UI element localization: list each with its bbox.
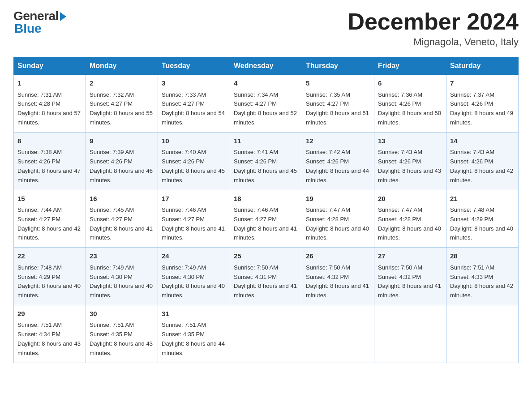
day-info: Sunrise: 7:49 AMSunset: 4:30 PMDaylight:… xyxy=(90,263,154,300)
logo: General Blue xyxy=(13,9,66,36)
calendar-cell: 17Sunrise: 7:46 AMSunset: 4:27 PMDayligh… xyxy=(158,190,230,248)
calendar-cell: 26Sunrise: 7:50 AMSunset: 4:32 PMDayligh… xyxy=(302,248,374,305)
day-number: 28 xyxy=(450,251,515,261)
day-info: Sunrise: 7:32 AMSunset: 4:27 PMDaylight:… xyxy=(90,90,154,128)
day-header-saturday: Saturday xyxy=(446,57,519,75)
calendar-table: SundayMondayTuesdayWednesdayThursdayFrid… xyxy=(13,57,519,363)
day-info: Sunrise: 7:44 AMSunset: 4:27 PMDaylight:… xyxy=(17,206,82,243)
day-info: Sunrise: 7:47 AMSunset: 4:28 PMDaylight:… xyxy=(378,206,442,243)
calendar-week-row: 1Sunrise: 7:31 AMSunset: 4:28 PMDaylight… xyxy=(14,75,519,133)
day-info: Sunrise: 7:50 AMSunset: 4:32 PMDaylight:… xyxy=(306,263,370,300)
calendar-cell: 30Sunrise: 7:51 AMSunset: 4:35 PMDayligh… xyxy=(86,305,158,363)
day-info: Sunrise: 7:47 AMSunset: 4:28 PMDaylight:… xyxy=(306,206,370,243)
day-number: 29 xyxy=(17,309,82,319)
calendar-cell xyxy=(302,305,374,363)
day-info: Sunrise: 7:36 AMSunset: 4:26 PMDaylight:… xyxy=(378,90,442,128)
calendar-week-row: 29Sunrise: 7:51 AMSunset: 4:34 PMDayligh… xyxy=(14,305,519,363)
calendar-cell xyxy=(230,305,302,363)
day-header-sunday: Sunday xyxy=(14,57,86,75)
day-number: 18 xyxy=(234,194,298,204)
day-number: 15 xyxy=(17,194,82,204)
calendar-body: 1Sunrise: 7:31 AMSunset: 4:28 PMDaylight… xyxy=(14,75,519,363)
day-number: 2 xyxy=(90,78,154,89)
day-info: Sunrise: 7:48 AMSunset: 4:29 PMDaylight:… xyxy=(17,263,82,300)
calendar-cell: 6Sunrise: 7:36 AMSunset: 4:26 PMDaylight… xyxy=(374,75,446,133)
day-header-wednesday: Wednesday xyxy=(230,57,302,75)
calendar-cell: 15Sunrise: 7:44 AMSunset: 4:27 PMDayligh… xyxy=(14,190,86,248)
day-info: Sunrise: 7:51 AMSunset: 4:35 PMDaylight:… xyxy=(162,321,226,358)
day-number: 17 xyxy=(162,194,226,204)
day-number: 9 xyxy=(90,136,154,146)
day-info: Sunrise: 7:51 AMSunset: 4:34 PMDaylight:… xyxy=(17,321,82,358)
day-info: Sunrise: 7:34 AMSunset: 4:27 PMDaylight:… xyxy=(234,90,298,128)
calendar-cell: 27Sunrise: 7:50 AMSunset: 4:32 PMDayligh… xyxy=(374,248,446,305)
calendar-week-row: 22Sunrise: 7:48 AMSunset: 4:29 PMDayligh… xyxy=(14,248,519,305)
day-number: 6 xyxy=(378,78,442,89)
calendar-cell: 3Sunrise: 7:33 AMSunset: 4:27 PMDaylight… xyxy=(158,75,230,133)
day-info: Sunrise: 7:37 AMSunset: 4:26 PMDaylight:… xyxy=(450,90,515,128)
calendar-cell: 10Sunrise: 7:40 AMSunset: 4:26 PMDayligh… xyxy=(158,132,230,190)
day-number: 27 xyxy=(378,251,442,261)
calendar-header-row: SundayMondayTuesdayWednesdayThursdayFrid… xyxy=(14,57,519,75)
location-text: Mignagola, Veneto, Italy xyxy=(348,36,519,48)
page-header: General Blue December 2024 Mignagola, Ve… xyxy=(13,9,519,48)
day-number: 7 xyxy=(450,78,515,89)
day-info: Sunrise: 7:49 AMSunset: 4:30 PMDaylight:… xyxy=(162,263,226,300)
day-info: Sunrise: 7:46 AMSunset: 4:27 PMDaylight:… xyxy=(162,206,226,243)
day-number: 23 xyxy=(90,251,154,261)
day-number: 4 xyxy=(234,78,298,89)
calendar-cell: 18Sunrise: 7:46 AMSunset: 4:27 PMDayligh… xyxy=(230,190,302,248)
day-info: Sunrise: 7:38 AMSunset: 4:26 PMDaylight:… xyxy=(17,148,82,185)
day-number: 19 xyxy=(306,194,370,204)
calendar-cell: 28Sunrise: 7:51 AMSunset: 4:33 PMDayligh… xyxy=(446,248,519,305)
calendar-cell: 2Sunrise: 7:32 AMSunset: 4:27 PMDaylight… xyxy=(86,75,158,133)
logo-arrow-icon xyxy=(60,12,66,21)
title-section: December 2024 Mignagola, Veneto, Italy xyxy=(348,9,519,48)
calendar-cell: 14Sunrise: 7:43 AMSunset: 4:26 PMDayligh… xyxy=(446,132,519,190)
day-number: 24 xyxy=(162,251,226,261)
day-info: Sunrise: 7:51 AMSunset: 4:35 PMDaylight:… xyxy=(90,321,154,358)
calendar-cell: 21Sunrise: 7:48 AMSunset: 4:29 PMDayligh… xyxy=(446,190,519,248)
day-info: Sunrise: 7:48 AMSunset: 4:29 PMDaylight:… xyxy=(450,206,515,243)
day-number: 5 xyxy=(306,78,370,89)
day-number: 21 xyxy=(450,194,515,204)
calendar-cell: 29Sunrise: 7:51 AMSunset: 4:34 PMDayligh… xyxy=(14,305,86,363)
day-info: Sunrise: 7:50 AMSunset: 4:32 PMDaylight:… xyxy=(378,263,442,300)
day-info: Sunrise: 7:31 AMSunset: 4:28 PMDaylight:… xyxy=(17,90,82,128)
day-info: Sunrise: 7:42 AMSunset: 4:26 PMDaylight:… xyxy=(306,148,370,185)
calendar-week-row: 8Sunrise: 7:38 AMSunset: 4:26 PMDaylight… xyxy=(14,132,519,190)
day-info: Sunrise: 7:43 AMSunset: 4:26 PMDaylight:… xyxy=(378,148,442,185)
day-number: 26 xyxy=(306,251,370,261)
day-header-monday: Monday xyxy=(86,57,158,75)
day-header-thursday: Thursday xyxy=(302,57,374,75)
day-info: Sunrise: 7:33 AMSunset: 4:27 PMDaylight:… xyxy=(162,90,226,128)
calendar-cell: 11Sunrise: 7:41 AMSunset: 4:26 PMDayligh… xyxy=(230,132,302,190)
day-header-friday: Friday xyxy=(374,57,446,75)
calendar-cell: 19Sunrise: 7:47 AMSunset: 4:28 PMDayligh… xyxy=(302,190,374,248)
calendar-cell: 12Sunrise: 7:42 AMSunset: 4:26 PMDayligh… xyxy=(302,132,374,190)
day-header-tuesday: Tuesday xyxy=(158,57,230,75)
day-number: 31 xyxy=(162,309,226,319)
day-number: 16 xyxy=(90,194,154,204)
day-number: 20 xyxy=(378,194,442,204)
calendar-cell: 9Sunrise: 7:39 AMSunset: 4:26 PMDaylight… xyxy=(86,132,158,190)
day-number: 13 xyxy=(378,136,442,146)
day-number: 10 xyxy=(162,136,226,146)
calendar-cell: 22Sunrise: 7:48 AMSunset: 4:29 PMDayligh… xyxy=(14,248,86,305)
day-number: 30 xyxy=(90,309,154,319)
logo-blue-text: Blue xyxy=(14,21,42,36)
calendar-cell: 7Sunrise: 7:37 AMSunset: 4:26 PMDaylight… xyxy=(446,75,519,133)
calendar-cell: 16Sunrise: 7:45 AMSunset: 4:27 PMDayligh… xyxy=(86,190,158,248)
day-info: Sunrise: 7:45 AMSunset: 4:27 PMDaylight:… xyxy=(90,206,154,243)
day-info: Sunrise: 7:41 AMSunset: 4:26 PMDaylight:… xyxy=(234,148,298,185)
calendar-cell: 23Sunrise: 7:49 AMSunset: 4:30 PMDayligh… xyxy=(86,248,158,305)
calendar-cell: 24Sunrise: 7:49 AMSunset: 4:30 PMDayligh… xyxy=(158,248,230,305)
day-info: Sunrise: 7:46 AMSunset: 4:27 PMDaylight:… xyxy=(234,206,298,243)
calendar-cell xyxy=(374,305,446,363)
calendar-week-row: 15Sunrise: 7:44 AMSunset: 4:27 PMDayligh… xyxy=(14,190,519,248)
calendar-cell: 20Sunrise: 7:47 AMSunset: 4:28 PMDayligh… xyxy=(374,190,446,248)
day-number: 8 xyxy=(17,136,82,146)
day-info: Sunrise: 7:43 AMSunset: 4:26 PMDaylight:… xyxy=(450,148,515,185)
calendar-cell: 13Sunrise: 7:43 AMSunset: 4:26 PMDayligh… xyxy=(374,132,446,190)
day-number: 14 xyxy=(450,136,515,146)
